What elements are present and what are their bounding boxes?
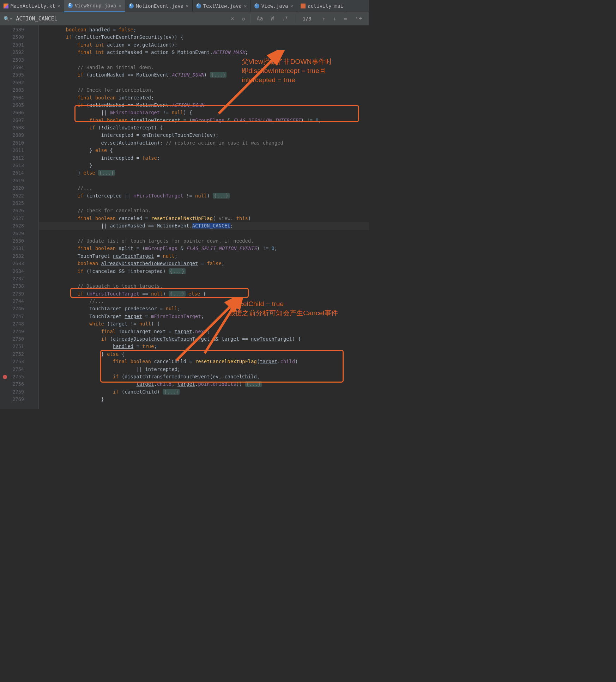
tab-label: activity_mai [308,3,343,9]
clear-search-icon[interactable]: × [229,16,236,22]
whole-word-toggle[interactable]: W [268,16,276,22]
kotlin-file-icon [4,4,8,8]
editor-tabs: MainActivity.kt× ViewGroup.java× MotionE… [0,0,369,12]
tab-motionevent[interactable]: MotionEvent.java× [125,0,192,12]
history-icon[interactable]: ↺ [240,16,247,22]
code-editor[interactable]: 2589259025912592259325942595260226032604… [0,25,369,409]
tab-viewgroup[interactable]: ViewGroup.java× [64,0,125,12]
search-input[interactable] [16,16,225,22]
regex-toggle[interactable]: .* [280,16,290,22]
prev-match-icon[interactable]: ↑ [320,16,327,22]
fold-gutter[interactable] [30,25,39,409]
tab-textview[interactable]: TextView.java× [193,0,251,12]
select-all-icon[interactable]: ▭ [342,16,349,22]
tab-label: View.java [261,3,288,9]
match-case-toggle[interactable]: Aa [254,16,265,22]
java-class-icon [196,4,201,8]
tab-label: MainActivity.kt [11,3,55,9]
java-class-icon [68,3,73,8]
tab-mainactivity[interactable]: MainActivity.kt× [0,0,64,12]
find-toolbar: 🔍▾ × ↺ Aa W .* 1/9 ↑ ↓ ▭ ⁺⫩ [0,12,369,25]
match-count: 1/9 [298,16,316,22]
close-icon[interactable]: × [57,3,60,9]
breakpoint-icon[interactable] [3,374,7,381]
tab-view[interactable]: View.java× [251,0,297,12]
code-area[interactable]: boolean handled = false; if (onFilterTou… [39,25,369,409]
tab-activity-main[interactable]: activity_mai [297,0,347,12]
close-icon[interactable]: × [186,3,188,9]
close-icon[interactable]: × [244,3,247,9]
add-selection-icon[interactable]: ⁺⫩ [353,16,366,22]
java-class-icon [254,4,259,8]
java-class-icon [129,4,134,8]
next-match-icon[interactable]: ↓ [331,16,338,22]
close-icon[interactable]: × [119,3,121,8]
close-icon[interactable]: × [290,3,293,9]
tab-label: ViewGroup.java [75,3,116,8]
tab-label: TextView.java [203,3,242,9]
line-number-gutter: 2589259025912592259325942595260226032604… [0,25,30,409]
search-icon: 🔍▾ [4,16,12,22]
tab-label: MotionEvent.java [136,3,183,9]
xml-file-icon [301,4,306,8]
